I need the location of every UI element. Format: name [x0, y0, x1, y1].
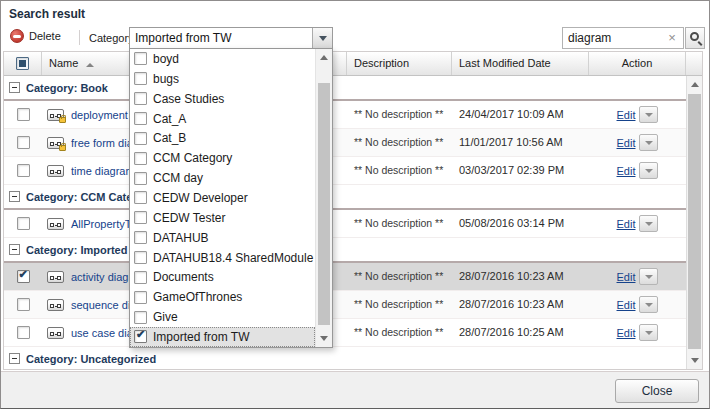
clear-search-icon[interactable]: ×: [665, 30, 679, 45]
row-checkbox[interactable]: [17, 326, 30, 339]
delete-button[interactable]: Delete: [10, 29, 61, 43]
diagram-icon: [47, 109, 64, 121]
dropdown-scroll-up-icon[interactable]: [320, 55, 328, 60]
dropdown-item[interactable]: Case Studies: [130, 89, 315, 109]
dropdown-item[interactable]: Cat_A: [130, 109, 315, 129]
chevron-down-icon: [645, 222, 653, 226]
edit-link[interactable]: Edit: [617, 109, 636, 121]
scroll-up-icon[interactable]: [691, 82, 699, 87]
dropdown-item-checkbox[interactable]: [134, 72, 147, 85]
dropdown-item-checkbox[interactable]: [134, 52, 147, 65]
dropdown-item-checkbox[interactable]: [134, 132, 147, 145]
edit-menu-button[interactable]: [639, 296, 658, 313]
edit-link[interactable]: Edit: [617, 165, 636, 177]
dropdown-item-checkbox[interactable]: [134, 271, 147, 284]
dropdown-item[interactable]: Cat_B: [130, 128, 315, 148]
close-button[interactable]: Close: [615, 379, 699, 403]
column-header-modified[interactable]: Last Modified Date: [452, 52, 589, 75]
edit-menu-button[interactable]: [639, 134, 658, 151]
edit-menu-button[interactable]: [639, 215, 658, 232]
edit-link[interactable]: Edit: [617, 299, 636, 311]
dropdown-item-checkbox[interactable]: [134, 330, 147, 343]
edit-link[interactable]: Edit: [617, 271, 636, 283]
row-checkbox[interactable]: [17, 136, 30, 149]
dropdown-item[interactable]: Documents: [130, 267, 315, 287]
row-checkbox[interactable]: [17, 108, 30, 121]
group-row[interactable]: Category: Imported from TW: [4, 238, 686, 263]
edit-menu-button[interactable]: [639, 324, 658, 341]
grid-vertical-scrollbar[interactable]: [686, 76, 702, 369]
dropdown-item[interactable]: CEDW Tester: [130, 208, 315, 228]
dropdown-item-checkbox[interactable]: [134, 211, 147, 224]
dropdown-item-checkbox[interactable]: [134, 191, 147, 204]
modified-date-cell: 11/01/2017 10:56 AM: [452, 129, 589, 156]
diagram-name-link[interactable]: time diagram: [71, 165, 135, 177]
row-checkbox[interactable]: [17, 298, 30, 311]
column-header-spacer: [686, 52, 702, 75]
delete-icon: [10, 29, 24, 43]
table-row[interactable]: activity diagram ** No description ** 28…: [4, 263, 686, 291]
table-row[interactable]: time diagram ** No description ** 03/03/…: [4, 157, 686, 185]
group-row[interactable]: Category: CCM Category: [4, 185, 686, 210]
table-row[interactable]: free form diagram ** No description ** 1…: [4, 129, 686, 157]
edit-link[interactable]: Edit: [617, 137, 636, 149]
dropdown-item-checkbox[interactable]: [134, 112, 147, 125]
dropdown-item-checkbox[interactable]: [134, 172, 147, 185]
grid-scrollbar-thumb[interactable]: [688, 94, 701, 349]
row-checkbox[interactable]: [17, 217, 30, 230]
modified-date-cell: 28/07/2016 10:25 AM: [452, 319, 589, 346]
dropdown-item[interactable]: DATAHUB18.4 SharedModule: [130, 248, 315, 268]
dropdown-item[interactable]: GameOfThrones: [130, 287, 315, 307]
dropdown-item-checkbox[interactable]: [134, 231, 147, 244]
dropdown-scrollbar-thumb[interactable]: [318, 83, 330, 325]
search-icon: [690, 32, 699, 41]
collapse-icon[interactable]: [9, 82, 20, 93]
modified-date-cell: 03/03/2017 02:39 PM: [452, 157, 589, 184]
edit-link[interactable]: Edit: [617, 218, 636, 230]
table-row[interactable]: deployment diagram ** No description ** …: [4, 101, 686, 129]
dropdown-item-checkbox[interactable]: [134, 92, 147, 105]
action-cell: Edit: [589, 210, 686, 237]
dropdown-item-checkbox[interactable]: [134, 311, 147, 324]
column-header-action[interactable]: Action: [589, 52, 686, 75]
action-cell: Edit: [589, 319, 686, 346]
scroll-down-icon[interactable]: [691, 358, 699, 363]
dropdown-scrollbar[interactable]: [315, 49, 332, 347]
table-row[interactable]: use case diagram ** No description ** 28…: [4, 319, 686, 347]
collapse-icon[interactable]: [9, 244, 20, 255]
dropdown-item-checkbox[interactable]: [134, 251, 147, 264]
dropdown-item[interactable]: boyd: [130, 49, 315, 69]
dropdown-item[interactable]: CCM Category: [130, 148, 315, 168]
description-cell: ** No description **: [347, 157, 452, 184]
edit-menu-button[interactable]: [639, 268, 658, 285]
collapse-icon[interactable]: [9, 353, 20, 364]
dropdown-item[interactable]: bugs: [130, 69, 315, 89]
edit-link[interactable]: Edit: [617, 327, 636, 339]
row-checkbox[interactable]: [17, 164, 30, 177]
dropdown-item-label: bugs: [153, 72, 179, 86]
column-header-description[interactable]: Description: [347, 52, 452, 75]
action-cell: Edit: [589, 263, 686, 290]
edit-menu-button[interactable]: [639, 162, 658, 179]
table-row[interactable]: AllPropertyType ** No description ** 05/…: [4, 210, 686, 238]
dropdown-scroll-down-icon[interactable]: [320, 336, 328, 341]
group-row[interactable]: Category: Uncategorized: [4, 347, 686, 369]
select-all-checkbox[interactable]: [16, 57, 29, 70]
search-button[interactable]: [685, 27, 705, 49]
group-row[interactable]: Category: Book: [4, 76, 686, 101]
dropdown-item[interactable]: Imported from TW: [130, 327, 315, 347]
dropdown-item-checkbox[interactable]: [134, 152, 147, 165]
dropdown-item[interactable]: Give: [130, 307, 315, 327]
dropdown-item[interactable]: CEDW Developer: [130, 188, 315, 208]
collapse-icon[interactable]: [9, 191, 20, 202]
category-combobox[interactable]: Imported from TW: [129, 27, 333, 49]
row-checkbox[interactable]: [17, 270, 30, 283]
edit-menu-button[interactable]: [639, 106, 658, 123]
dropdown-item-checkbox[interactable]: [134, 291, 147, 304]
dropdown-item-label: Give: [153, 310, 178, 324]
select-all-header-cell[interactable]: [4, 52, 42, 75]
dropdown-item[interactable]: DATAHUB: [130, 228, 315, 248]
dropdown-item[interactable]: CCM day: [130, 168, 315, 188]
combo-dropdown-button[interactable]: [312, 28, 332, 48]
table-row[interactable]: sequence diagram ** No description ** 28…: [4, 291, 686, 319]
